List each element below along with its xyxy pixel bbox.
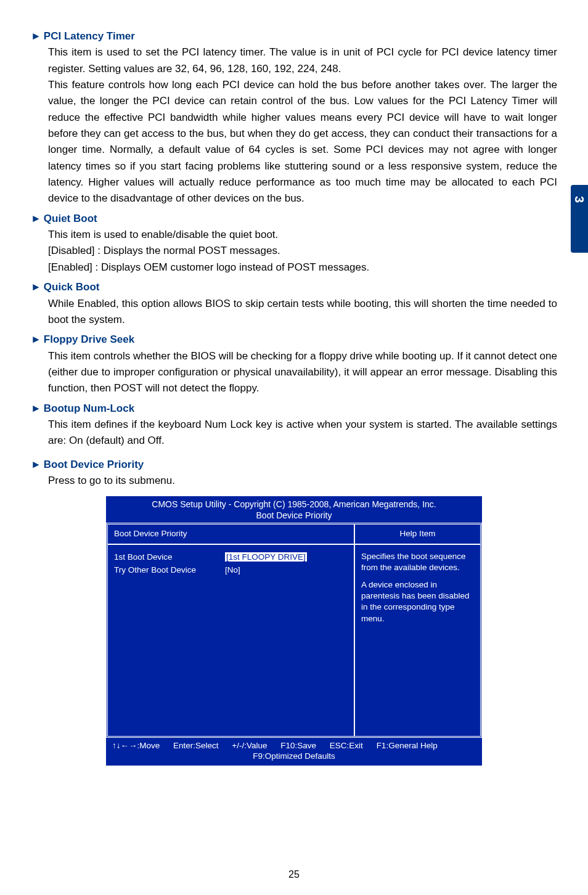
bios-footer: ↑↓←→:Move Enter:Select +/-/:Value F10:Sa… (106, 738, 482, 766)
chapter-tab: 3 (571, 185, 588, 253)
page-number: 25 (0, 867, 588, 883)
triangle-icon: ► (31, 459, 41, 470)
bios-key-hint: ↑↓←→:Move (112, 741, 160, 750)
heading-quiet-boot: ►Quiet Boot (31, 211, 557, 227)
bios-option-row[interactable]: Try Other Boot Device [No] (114, 564, 348, 577)
bios-help-text: Specifies the boot sequence from the ava… (361, 551, 474, 573)
body-floppy-seek: This item controls whether the BIOS will… (48, 348, 557, 397)
bios-title-line1: CMOS Setup Utility - Copyright (C) 1985-… (106, 499, 482, 510)
bios-key-hint: F10:Save (280, 741, 316, 750)
bios-option-value-selected: [1st FLOOPY DRIVE] (225, 552, 307, 562)
triangle-icon: ► (31, 403, 41, 414)
triangle-icon: ► (31, 213, 41, 224)
chapter-tab-number: 3 (570, 196, 589, 203)
bios-key-hint: ESC:Exit (330, 741, 363, 750)
bios-screenshot: CMOS Setup Utility - Copyright (C) 1985-… (106, 496, 482, 765)
body-boot-device-priority: Press to go to its submenu. (48, 473, 557, 489)
bios-key-hint: +/-/:Value (232, 741, 267, 750)
triangle-icon: ► (31, 333, 41, 345)
body-bootup-numlock: This item defines if the keyboard Num Lo… (48, 417, 557, 449)
body-pci-latency: This item is used to set the PCI latency… (48, 44, 557, 206)
bios-right-header: Help Item (354, 525, 480, 545)
heading-floppy-seek: ►Floppy Drive Seek (31, 332, 557, 348)
body-quiet-boot: This item is used to enable/disable the … (48, 227, 557, 276)
heading-quick-boot: ►Quick Boot (31, 279, 557, 295)
heading-text: Floppy Drive Seek (44, 333, 134, 345)
bios-key-hint: F1:General Help (377, 741, 438, 750)
heading-text: Boot Device Priority (44, 459, 144, 470)
bios-option-label: 1st Boot Device (114, 551, 225, 564)
bios-option-label: Try Other Boot Device (114, 564, 225, 577)
bios-help-pane: Specifies the boot sequence from the ava… (354, 545, 480, 736)
heading-text: Bootup Num-Lock (44, 403, 134, 414)
bios-key-hint: F9:Optimized Defaults (112, 751, 476, 762)
heading-boot-device-priority: ►Boot Device Priority (31, 457, 557, 473)
bios-left-header: Boot Device Priority (108, 525, 354, 545)
bios-option-value: [No] (225, 564, 240, 577)
heading-pci-latency: ►PCI Latency Timer (31, 28, 557, 44)
triangle-icon: ► (31, 281, 41, 293)
heading-text: Quick Boot (44, 281, 100, 293)
bios-title-bar: CMOS Setup Utility - Copyright (C) 1985-… (106, 496, 482, 522)
heading-bootup-numlock: ►Bootup Num-Lock (31, 401, 557, 417)
heading-text: Quiet Boot (44, 213, 97, 224)
body-quick-boot: While Enabled, this option allows BIOS t… (48, 296, 557, 329)
heading-text: PCI Latency Timer (44, 30, 135, 42)
bios-options-pane: 1st Boot Device [1st FLOOPY DRIVE] Try O… (108, 545, 354, 736)
bios-help-text: A device enclosed in parentesis has been… (361, 579, 474, 624)
triangle-icon: ► (31, 30, 41, 42)
bios-title-line2: Boot Device Priority (106, 510, 482, 521)
bios-key-hint: Enter:Select (173, 741, 219, 750)
bios-option-row[interactable]: 1st Boot Device [1st FLOOPY DRIVE] (114, 551, 348, 564)
